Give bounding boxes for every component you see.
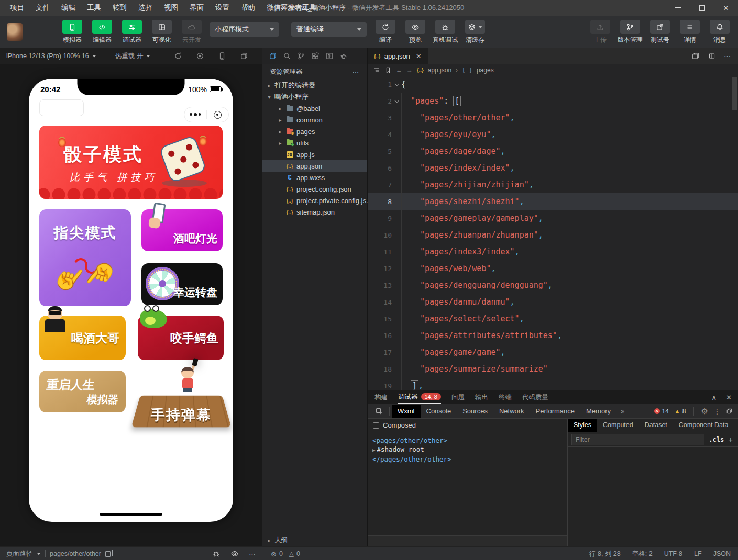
code-line[interactable]: 9"pages/gameplay/gameplay", — [368, 210, 738, 227]
error-count[interactable]: ✕14 — [654, 408, 669, 415]
outline-icon[interactable] — [373, 66, 380, 74]
teapot-icon[interactable] — [339, 52, 348, 60]
editor-more-icon[interactable]: ⋯ — [724, 52, 731, 60]
close-panel-icon[interactable]: ✕ — [726, 394, 732, 401]
devtools-tab-performance[interactable]: Performance — [530, 405, 580, 418]
tile-fingertip-mode[interactable]: 指尖模式 ☝ ☝ — [39, 209, 131, 306]
code-line[interactable]: 2"pages": [ — [368, 93, 738, 109]
code-editor[interactable]: 1{2"pages": [3"pages/other/other",4"page… — [368, 76, 738, 390]
tool-code-button[interactable]: 编辑器 — [90, 20, 115, 44]
style-tab-component-data[interactable]: Component Data — [673, 419, 734, 432]
tile-restart-life[interactable]: 重启人生 模拟器 — [39, 371, 126, 412]
menu-item[interactable]: 编辑 — [57, 2, 80, 14]
tile-handheld-danmaku[interactable]: 手持弹幕 — [136, 364, 226, 431]
code-line[interactable]: 1{ — [368, 76, 738, 93]
more-icon[interactable] — [184, 113, 206, 116]
nav-forward-icon[interactable]: → — [406, 66, 413, 74]
more-icon[interactable]: ⋯ — [353, 68, 360, 76]
sim-refresh-icon[interactable] — [174, 52, 182, 60]
problems-indicator[interactable]: ⊗0 △0 — [271, 547, 300, 560]
tree-item[interactable]: {..}app.json — [262, 160, 367, 172]
undock-icon[interactable] — [726, 408, 733, 415]
code-line[interactable]: 18"pages/summarize/summarize" — [368, 361, 738, 377]
status-item[interactable]: JSON — [713, 550, 731, 557]
code-line[interactable]: 8"pages/shezhi/shezhi", — [368, 193, 738, 210]
files-icon[interactable] — [269, 52, 277, 60]
menu-item[interactable]: 项目 — [5, 2, 29, 14]
menu-item[interactable]: 界面 — [185, 2, 208, 14]
code-line[interactable]: 13"pages/dengguang/dengguang", — [368, 277, 738, 294]
tree-item[interactable]: JSapp.js — [262, 149, 367, 160]
code-line[interactable]: 15"pages/select/select", — [368, 310, 738, 327]
tool-eye-button[interactable]: 预览 — [403, 20, 428, 44]
menu-item[interactable]: 设置 — [211, 2, 234, 14]
close-button[interactable]: ✕ — [714, 0, 738, 16]
maximize-button[interactable] — [690, 0, 714, 16]
tree-item[interactable]: ▸@babel — [262, 103, 367, 114]
code-line[interactable]: 16"pages/attributes/attributes", — [368, 327, 738, 344]
menu-item[interactable]: 转到 — [108, 2, 131, 14]
tool-phone-button[interactable]: 模拟器 — [60, 20, 85, 44]
tree-item[interactable]: ▸pages — [262, 126, 367, 137]
style-tab-computed[interactable]: Computed — [597, 419, 639, 432]
branch-icon[interactable] — [297, 52, 305, 60]
banner-dice-mode[interactable]: 骰子模式 比手气 拼技巧 — [39, 126, 223, 199]
fold-toggle[interactable] — [392, 83, 401, 86]
blocks-icon[interactable] — [311, 52, 320, 60]
code-line[interactable]: 14"pages/danmu/danmu", — [368, 294, 738, 310]
tool-layers-button[interactable]: 清缓存 — [462, 20, 488, 44]
cls-toggle[interactable]: .cls — [709, 436, 724, 443]
devtools-tab-wxml[interactable]: Wxml — [392, 405, 421, 418]
code-line[interactable]: 17"pages/game/game", — [368, 344, 738, 361]
dom-close-tag[interactable]: </pages/other/other> — [372, 455, 567, 464]
style-tab-styles[interactable]: Styles — [568, 419, 597, 432]
mode-dropdown[interactable]: 小程序模式 — [210, 22, 279, 37]
tile-bar-light[interactable]: 酒吧灯光 — [141, 209, 223, 251]
kebab-menu-icon[interactable]: ⋮ — [713, 407, 721, 416]
bookmark-icon[interactable] — [384, 66, 392, 74]
status-item[interactable]: UTF-8 — [664, 550, 682, 557]
tree-item[interactable]: {..}project.private.config.js... — [262, 195, 367, 206]
tree-section-closed[interactable]: ▸打开的编辑器 — [262, 80, 367, 91]
devtools-tab-network[interactable]: Network — [493, 405, 530, 418]
split-editor-icon[interactable] — [708, 52, 715, 60]
tool-bug-button[interactable]: 真机调试 — [433, 20, 458, 44]
fold-toggle[interactable] — [392, 99, 401, 103]
style-filter-input[interactable] — [571, 434, 704, 445]
more-tabs-icon[interactable]: » — [616, 407, 629, 415]
add-style-icon[interactable]: + — [724, 435, 738, 444]
preview-icon[interactable] — [230, 550, 239, 558]
tree-item[interactable]: Ɛapp.wxss — [262, 172, 367, 183]
tree-item[interactable]: {..}project.config.json — [262, 183, 367, 195]
tile-lucky-wheel[interactable]: 幸运转盘 — [141, 263, 223, 305]
devtools-tab-console[interactable]: Console — [421, 405, 457, 418]
nav-back-icon[interactable]: ← — [396, 66, 402, 74]
menu-item[interactable]: 选择 — [134, 2, 157, 14]
capsule-menu[interactable] — [184, 107, 229, 122]
code-line[interactable]: 6"pages/index/index", — [368, 160, 738, 176]
settings-gear-icon[interactable]: ⚙ — [701, 407, 708, 416]
menu-item[interactable]: 微信开发者工具 — [262, 2, 321, 14]
tile-biting-crocodile[interactable]: 咬手鳄鱼 — [138, 316, 224, 360]
compile-mode-dropdown[interactable]: 普通编译 — [291, 22, 367, 37]
tree-item[interactable]: {..}sitemap.json — [262, 206, 367, 218]
tab-app-json[interactable]: {..} app.json ✕ — [368, 48, 428, 64]
outline-section[interactable]: ▸大纲 — [262, 534, 367, 546]
inspect-element-icon[interactable] — [371, 407, 387, 416]
menu-item[interactable]: 视图 — [159, 2, 183, 14]
tool-branch-button[interactable]: 版本管理 — [618, 20, 643, 44]
style-tab-dataset[interactable]: Dataset — [639, 419, 673, 432]
debug-tab-代码质量[interactable]: 代码质量 — [522, 390, 548, 404]
menu-item[interactable]: 文件 — [31, 2, 54, 14]
open-preview-icon[interactable] — [691, 52, 700, 60]
tree-section-open[interactable]: ▾喝酒小程序 — [262, 91, 367, 103]
devtools-tab-memory[interactable]: Memory — [580, 405, 616, 418]
code-line[interactable]: 12"pages/web/web", — [368, 260, 738, 277]
sim-stop-icon[interactable] — [196, 52, 204, 60]
close-tab-icon[interactable]: ✕ — [416, 52, 422, 60]
debug-tab-调试器[interactable]: 调试器14, 8 — [398, 390, 441, 404]
tool-sliders-button[interactable]: 调试器 — [119, 20, 145, 44]
status-item[interactable]: 空格: 2 — [632, 550, 653, 558]
debug-tab-终端[interactable]: 终端 — [499, 390, 512, 404]
user-avatar[interactable] — [7, 23, 23, 41]
